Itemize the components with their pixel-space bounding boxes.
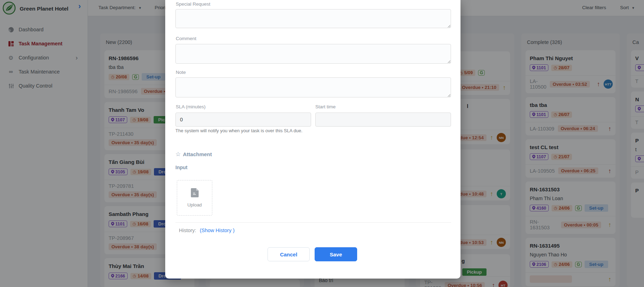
history-label: History:: [179, 228, 196, 233]
special-request-textarea[interactable]: [175, 9, 451, 28]
sla-input[interactable]: [175, 113, 311, 127]
comment-textarea[interactable]: [175, 44, 451, 64]
attachment-title: Attachment: [183, 151, 212, 157]
app-screen: Green Planet Hotel › Dashboard Task Mana…: [0, 0, 644, 287]
file-icon: [191, 188, 199, 199]
special-request-label: Special Request: [176, 1, 210, 7]
history-row: History: (Show History ): [179, 228, 234, 233]
star-icon: ☆: [175, 151, 181, 158]
upload-dropzone[interactable]: Upload: [177, 180, 212, 216]
upload-label: Upload: [187, 202, 202, 208]
save-button[interactable]: Save: [315, 247, 357, 261]
task-edit-modal: Special Request Comment Note SLA (minute…: [165, 0, 461, 279]
divider: [175, 222, 451, 223]
sla-helper-text: The system will notify you when your tas…: [175, 128, 302, 133]
sla-label: SLA (minutes): [176, 104, 206, 109]
attachment-section-heading: ☆ Attachment: [175, 151, 212, 158]
cancel-button[interactable]: Cancel: [268, 247, 310, 261]
comment-label: Comment: [176, 36, 197, 41]
start-time-input[interactable]: [315, 113, 451, 127]
note-textarea[interactable]: [175, 77, 451, 97]
input-section-heading: Input: [175, 165, 187, 170]
input-title: Input: [175, 165, 187, 170]
show-history-link[interactable]: (Show History ): [200, 228, 234, 233]
start-time-label: Start time: [315, 104, 336, 109]
note-label: Note: [176, 70, 186, 75]
